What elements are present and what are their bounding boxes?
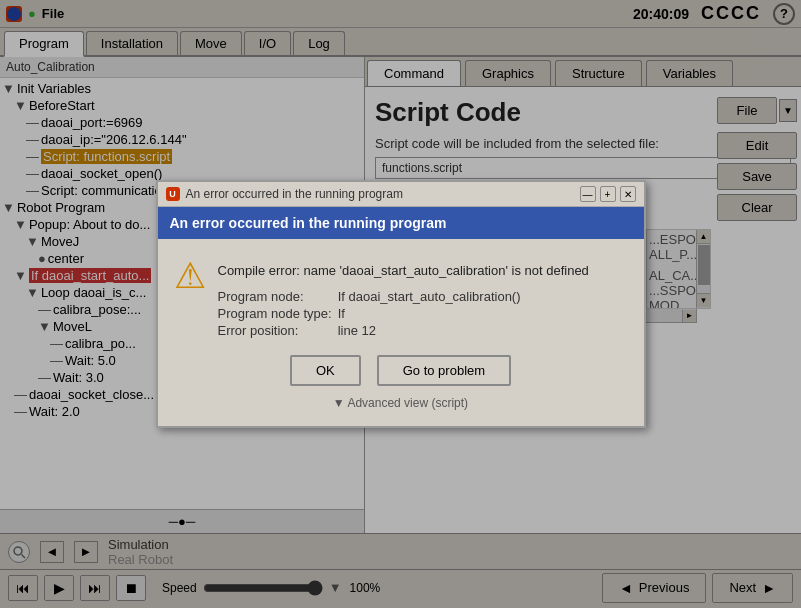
goto-problem-button[interactable]: Go to problem bbox=[377, 355, 511, 386]
ok-button[interactable]: OK bbox=[290, 355, 361, 386]
program-node-value: If daoai_start_auto_calibration() bbox=[338, 288, 527, 305]
dialog-buttons: OK Go to problem bbox=[174, 355, 628, 386]
dialog-app-icon: U bbox=[166, 187, 180, 201]
dialog-inner-header: An error occurred in the running program bbox=[158, 207, 644, 239]
advanced-view-link[interactable]: ▼ Advanced view (script) bbox=[174, 396, 628, 410]
error-overlay: U An error occurred in the running progr… bbox=[0, 0, 801, 608]
program-node-type-value: If bbox=[338, 305, 527, 322]
error-message-area: Compile error: name 'daoai_start_auto_ca… bbox=[218, 255, 589, 339]
dialog-titlebar: U An error occurred in the running progr… bbox=[158, 182, 644, 207]
dialog-close[interactable]: ✕ bbox=[620, 186, 636, 202]
program-node-label: Program node: bbox=[218, 288, 338, 305]
dialog-minimize[interactable]: — bbox=[580, 186, 596, 202]
dialog-outer-title: An error occurred in the running program bbox=[186, 187, 403, 201]
dialog-warning-row: ⚠ Compile error: name 'daoai_start_auto_… bbox=[174, 255, 628, 339]
warning-icon: ⚠ bbox=[174, 255, 206, 297]
dialog-body: ⚠ Compile error: name 'daoai_start_auto_… bbox=[158, 239, 644, 426]
dialog-window-controls: — + ✕ bbox=[580, 186, 636, 202]
error-position-label: Error position: bbox=[218, 322, 338, 339]
error-message: Compile error: name 'daoai_start_auto_ca… bbox=[218, 255, 589, 278]
error-details: Program node: If daoai_start_auto_calibr… bbox=[218, 288, 589, 339]
dialog-title-left: U An error occurred in the running progr… bbox=[166, 187, 403, 201]
program-node-type-label: Program node type: bbox=[218, 305, 338, 322]
error-position-value: line 12 bbox=[338, 322, 527, 339]
error-dialog: U An error occurred in the running progr… bbox=[156, 180, 646, 428]
dialog-maximize[interactable]: + bbox=[600, 186, 616, 202]
